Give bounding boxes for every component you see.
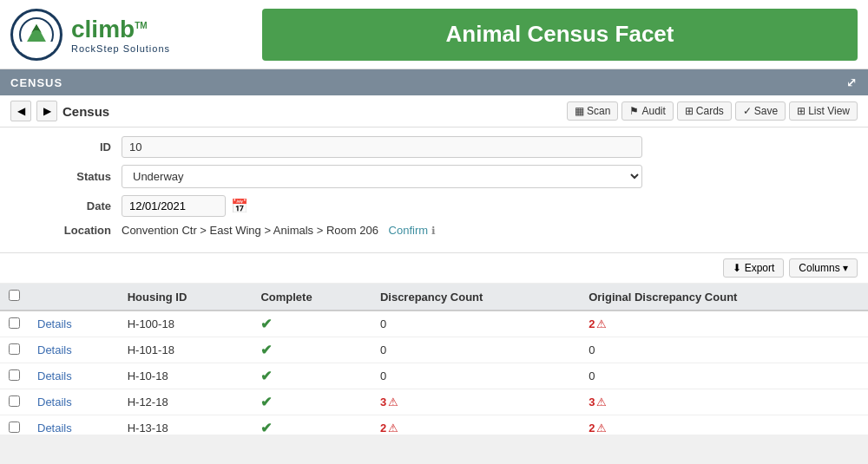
checkmark-icon: ✔: [260, 343, 272, 357]
status-label: Status: [17, 170, 122, 183]
discrepancy-count-cell: 0: [372, 363, 580, 389]
scan-icon: ▦: [575, 105, 584, 117]
form-row-id: ID: [17, 136, 851, 158]
status-select[interactable]: Underway Complete Pending: [122, 165, 642, 188]
form-area: ID Status Underway Complete Pending Date…: [0, 127, 868, 253]
audit-button[interactable]: ⚑ Audit: [621, 101, 673, 121]
warning-icon: ⚠: [388, 395, 398, 408]
warning-icon: ⚠: [388, 422, 398, 435]
app-header: climbTM RockStep Solutions Animal Census…: [0, 0, 868, 69]
orig-discrepancy-warning: 2 ⚠: [589, 317, 607, 330]
id-value-container: [122, 136, 851, 158]
details-link[interactable]: Details: [37, 422, 72, 435]
row-checkbox[interactable]: [9, 395, 20, 407]
location-text: Convention Ctr > East Wing > Animals > R…: [122, 224, 378, 237]
discrepancy-count-cell: 0: [372, 310, 580, 337]
details-link[interactable]: Details: [37, 343, 72, 356]
table-row: DetailsH-13-18✔2 ⚠2 ⚠: [0, 415, 868, 435]
col-original-discrepancy-count[interactable]: Original Discrepancy Count: [580, 284, 868, 310]
table-body: DetailsH-100-18✔02 ⚠DetailsH-101-18✔00De…: [0, 310, 868, 435]
toolbar-title: Census: [62, 104, 562, 119]
col-details-header: [29, 284, 119, 310]
details-link[interactable]: Details: [37, 395, 72, 408]
complete-cell: ✔: [252, 337, 371, 363]
col-select-all[interactable]: [0, 284, 29, 310]
details-link[interactable]: Details: [37, 317, 72, 330]
col-housing-id[interactable]: Housing ID: [119, 284, 253, 310]
columns-button[interactable]: Columns ▾: [789, 258, 858, 278]
list-view-button[interactable]: ⊞ List View: [789, 101, 858, 121]
form-row-location: Location Convention Ctr > East Wing > An…: [17, 224, 851, 237]
col-discrepancy-count[interactable]: Discrepancy Count: [372, 284, 580, 310]
export-icon: ⬇: [733, 262, 741, 274]
row-checkbox[interactable]: [9, 317, 20, 329]
expand-icon[interactable]: ⤢: [846, 75, 858, 89]
svg-rect-3: [19, 42, 54, 52]
complete-cell: ✔: [252, 415, 371, 435]
housing-id-cell: H-101-18: [119, 337, 253, 363]
list-view-icon: ⊞: [797, 105, 806, 117]
prev-button[interactable]: ◀: [10, 101, 31, 121]
table-row: DetailsH-12-18✔3 ⚠3 ⚠: [0, 389, 868, 415]
original-discrepancy-count-cell: 0: [580, 337, 868, 363]
toolbar-actions: ▦ Scan ⚑ Audit ⊞ Cards ✓ Save ⊞ List Vie…: [567, 101, 858, 121]
row-checkbox[interactable]: [9, 422, 20, 433]
logo-text: climbTM RockStep Solutions: [71, 16, 170, 54]
select-all-checkbox[interactable]: [9, 290, 20, 301]
housing-id-cell: H-13-18: [119, 415, 253, 435]
scan-button[interactable]: ▦ Scan: [567, 101, 618, 121]
details-link[interactable]: Details: [37, 369, 72, 382]
date-value-container: 📅: [122, 195, 851, 217]
logo-circle: [10, 9, 62, 61]
discrepancy-count-cell: 3 ⚠: [372, 389, 580, 415]
complete-cell: ✔: [252, 363, 371, 389]
orig-warning-icon: ⚠: [596, 422, 607, 435]
complete-cell: ✔: [252, 389, 371, 415]
logo-container: climbTM RockStep Solutions: [10, 9, 262, 61]
section-label: CENSUS: [10, 76, 62, 89]
main-content: CENSUS ⤢ ◀ ▶ Census ▦ Scan ⚑ Audit ⊞ Car…: [0, 69, 868, 435]
table-header-row: Housing ID Complete Discrepancy Count Or…: [0, 284, 868, 310]
housing-id-cell: H-10-18: [119, 363, 253, 389]
save-button[interactable]: ✓ Save: [735, 101, 786, 121]
original-discrepancy-count-cell: 2 ⚠: [580, 415, 868, 435]
location-value-container: Convention Ctr > East Wing > Animals > R…: [122, 224, 851, 237]
calendar-icon[interactable]: 📅: [231, 198, 248, 214]
toolbar: ◀ ▶ Census ▦ Scan ⚑ Audit ⊞ Cards ✓ Save…: [0, 95, 868, 127]
housing-id-cell: H-12-18: [119, 389, 253, 415]
header-title-bar: Animal Census Facet: [262, 9, 858, 61]
table-area: ⬇ Export Columns ▾ Housing ID Complete: [0, 253, 868, 435]
export-button[interactable]: ⬇ Export: [723, 258, 785, 278]
col-complete[interactable]: Complete: [252, 284, 371, 310]
section-header: CENSUS ⤢: [0, 69, 868, 95]
original-discrepancy-count-cell: 2 ⚠: [580, 310, 868, 337]
cards-icon: ⊞: [685, 105, 694, 117]
table-toolbar: ⬇ Export Columns ▾: [0, 253, 868, 284]
row-checkbox[interactable]: [9, 369, 20, 381]
confirm-link[interactable]: Confirm: [389, 224, 429, 237]
next-button[interactable]: ▶: [36, 101, 57, 121]
row-checkbox[interactable]: [9, 343, 20, 355]
orig-discrepancy-warning: 3 ⚠: [589, 395, 607, 408]
table-container: Housing ID Complete Discrepancy Count Or…: [0, 284, 868, 435]
info-icon: ℹ: [431, 225, 436, 237]
id-label: ID: [17, 141, 122, 154]
cards-button[interactable]: ⊞ Cards: [677, 101, 732, 121]
original-discrepancy-count-cell: 0: [580, 363, 868, 389]
save-icon: ✓: [743, 105, 752, 117]
checkmark-icon: ✔: [260, 421, 272, 435]
form-row-status: Status Underway Complete Pending: [17, 165, 851, 188]
logo-icon: [19, 17, 54, 52]
date-input[interactable]: [122, 195, 226, 217]
page-title: Animal Census Facet: [446, 21, 674, 48]
location-label: Location: [17, 224, 122, 237]
id-input[interactable]: [122, 136, 642, 158]
census-table: Housing ID Complete Discrepancy Count Or…: [0, 284, 868, 435]
logo-main: climbTM: [71, 16, 170, 43]
logo-sub: RockStep Solutions: [71, 43, 170, 54]
orig-warning-icon: ⚠: [596, 395, 607, 408]
table-row: DetailsH-10-18✔00: [0, 363, 868, 389]
orig-discrepancy-warning: 2 ⚠: [589, 422, 607, 435]
original-discrepancy-count-cell: 3 ⚠: [580, 389, 868, 415]
discrepancy-warning: 3 ⚠: [380, 395, 398, 408]
